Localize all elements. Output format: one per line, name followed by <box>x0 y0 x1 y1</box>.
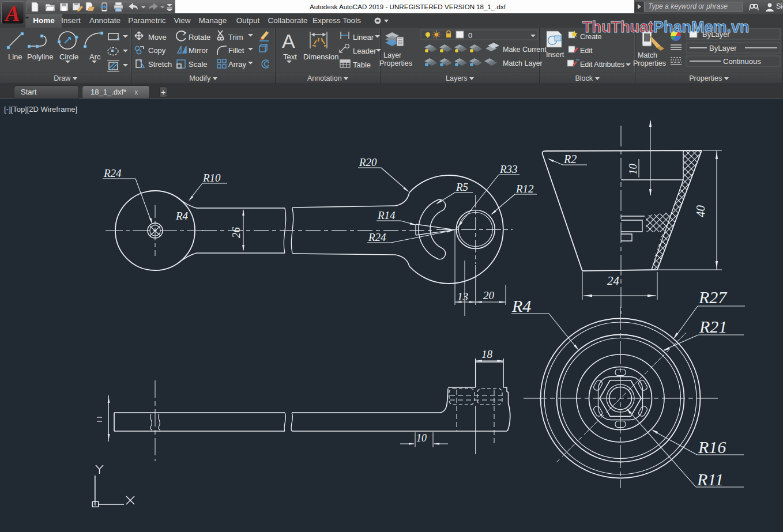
svg-text:13: 13 <box>457 290 468 303</box>
svg-text:R4: R4 <box>175 210 189 222</box>
svg-text:R2: R2 <box>563 153 577 165</box>
svg-text:R14: R14 <box>377 209 396 221</box>
svg-text:R16: R16 <box>698 437 726 456</box>
svg-text:10: 10 <box>627 164 639 175</box>
svg-text:R27: R27 <box>698 288 728 307</box>
svg-text:10: 10 <box>416 432 427 444</box>
svg-text:R5: R5 <box>456 181 468 193</box>
svg-text:40: 40 <box>694 205 707 218</box>
svg-text:R12: R12 <box>515 183 534 195</box>
svg-text:R4: R4 <box>511 296 531 315</box>
svg-text:18: 18 <box>481 348 493 360</box>
svg-text:R20: R20 <box>359 156 377 168</box>
svg-text:R33: R33 <box>499 163 518 175</box>
svg-text:R11: R11 <box>697 470 724 489</box>
svg-text:20: 20 <box>483 289 495 301</box>
svg-text:26: 26 <box>230 227 242 239</box>
svg-text:R24: R24 <box>103 167 122 179</box>
svg-text:24: 24 <box>607 274 620 288</box>
svg-text:R21: R21 <box>699 317 727 336</box>
svg-text:[-][Top][2D Wireframe]: [-][Top][2D Wireframe] <box>4 105 77 114</box>
svg-text:R10: R10 <box>202 172 221 184</box>
svg-text:R24: R24 <box>368 231 386 243</box>
